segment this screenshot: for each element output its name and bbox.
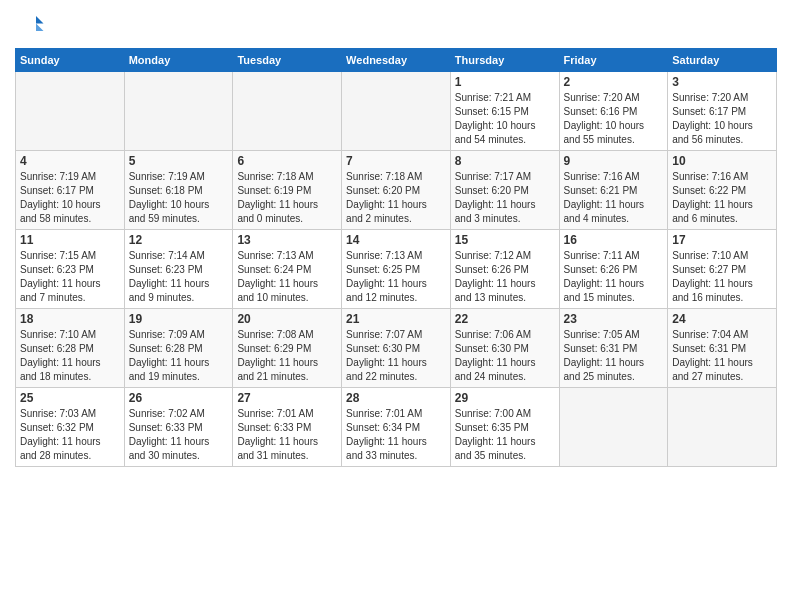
day-info: Sunrise: 7:02 AM Sunset: 6:33 PM Dayligh…: [129, 407, 229, 463]
day-info: Sunrise: 7:16 AM Sunset: 6:22 PM Dayligh…: [672, 170, 772, 226]
day-info: Sunrise: 7:19 AM Sunset: 6:17 PM Dayligh…: [20, 170, 120, 226]
calendar-cell: 16Sunrise: 7:11 AM Sunset: 6:26 PM Dayli…: [559, 230, 668, 309]
weekday-header-wednesday: Wednesday: [342, 49, 451, 72]
day-number: 18: [20, 312, 120, 326]
weekday-header-tuesday: Tuesday: [233, 49, 342, 72]
day-info: Sunrise: 7:11 AM Sunset: 6:26 PM Dayligh…: [564, 249, 664, 305]
day-number: 25: [20, 391, 120, 405]
calendar-cell: 27Sunrise: 7:01 AM Sunset: 6:33 PM Dayli…: [233, 388, 342, 467]
weekday-header-friday: Friday: [559, 49, 668, 72]
calendar-week-5: 25Sunrise: 7:03 AM Sunset: 6:32 PM Dayli…: [16, 388, 777, 467]
calendar-cell: [559, 388, 668, 467]
svg-marker-1: [36, 24, 44, 32]
calendar-cell: 1Sunrise: 7:21 AM Sunset: 6:15 PM Daylig…: [450, 72, 559, 151]
day-info: Sunrise: 7:08 AM Sunset: 6:29 PM Dayligh…: [237, 328, 337, 384]
calendar-cell: [124, 72, 233, 151]
day-number: 28: [346, 391, 446, 405]
day-number: 26: [129, 391, 229, 405]
calendar-cell: 22Sunrise: 7:06 AM Sunset: 6:30 PM Dayli…: [450, 309, 559, 388]
calendar-cell: [668, 388, 777, 467]
day-info: Sunrise: 7:13 AM Sunset: 6:25 PM Dayligh…: [346, 249, 446, 305]
day-info: Sunrise: 7:07 AM Sunset: 6:30 PM Dayligh…: [346, 328, 446, 384]
day-info: Sunrise: 7:06 AM Sunset: 6:30 PM Dayligh…: [455, 328, 555, 384]
calendar-cell: [233, 72, 342, 151]
day-info: Sunrise: 7:01 AM Sunset: 6:33 PM Dayligh…: [237, 407, 337, 463]
day-info: Sunrise: 7:05 AM Sunset: 6:31 PM Dayligh…: [564, 328, 664, 384]
day-number: 3: [672, 75, 772, 89]
calendar-cell: 14Sunrise: 7:13 AM Sunset: 6:25 PM Dayli…: [342, 230, 451, 309]
calendar-cell: 2Sunrise: 7:20 AM Sunset: 6:16 PM Daylig…: [559, 72, 668, 151]
svg-marker-0: [36, 16, 44, 24]
day-number: 9: [564, 154, 664, 168]
calendar-week-3: 11Sunrise: 7:15 AM Sunset: 6:23 PM Dayli…: [16, 230, 777, 309]
calendar-cell: [16, 72, 125, 151]
day-info: Sunrise: 7:10 AM Sunset: 6:28 PM Dayligh…: [20, 328, 120, 384]
calendar-cell: 12Sunrise: 7:14 AM Sunset: 6:23 PM Dayli…: [124, 230, 233, 309]
calendar-cell: 5Sunrise: 7:19 AM Sunset: 6:18 PM Daylig…: [124, 151, 233, 230]
day-number: 17: [672, 233, 772, 247]
weekday-header-sunday: Sunday: [16, 49, 125, 72]
calendar-cell: 17Sunrise: 7:10 AM Sunset: 6:27 PM Dayli…: [668, 230, 777, 309]
day-number: 27: [237, 391, 337, 405]
day-number: 10: [672, 154, 772, 168]
day-info: Sunrise: 7:14 AM Sunset: 6:23 PM Dayligh…: [129, 249, 229, 305]
day-number: 7: [346, 154, 446, 168]
calendar-cell: 18Sunrise: 7:10 AM Sunset: 6:28 PM Dayli…: [16, 309, 125, 388]
calendar-cell: 20Sunrise: 7:08 AM Sunset: 6:29 PM Dayli…: [233, 309, 342, 388]
calendar-cell: 29Sunrise: 7:00 AM Sunset: 6:35 PM Dayli…: [450, 388, 559, 467]
day-number: 5: [129, 154, 229, 168]
page-container: SundayMondayTuesdayWednesdayThursdayFrid…: [0, 0, 792, 477]
day-number: 12: [129, 233, 229, 247]
day-info: Sunrise: 7:12 AM Sunset: 6:26 PM Dayligh…: [455, 249, 555, 305]
day-number: 15: [455, 233, 555, 247]
calendar-body: 1Sunrise: 7:21 AM Sunset: 6:15 PM Daylig…: [16, 72, 777, 467]
header-row: [15, 10, 777, 40]
weekday-header-row: SundayMondayTuesdayWednesdayThursdayFrid…: [16, 49, 777, 72]
day-number: 14: [346, 233, 446, 247]
day-info: Sunrise: 7:18 AM Sunset: 6:19 PM Dayligh…: [237, 170, 337, 226]
weekday-header-saturday: Saturday: [668, 49, 777, 72]
calendar-cell: 15Sunrise: 7:12 AM Sunset: 6:26 PM Dayli…: [450, 230, 559, 309]
day-number: 24: [672, 312, 772, 326]
day-number: 13: [237, 233, 337, 247]
day-info: Sunrise: 7:00 AM Sunset: 6:35 PM Dayligh…: [455, 407, 555, 463]
day-number: 11: [20, 233, 120, 247]
day-number: 1: [455, 75, 555, 89]
day-number: 16: [564, 233, 664, 247]
calendar-week-4: 18Sunrise: 7:10 AM Sunset: 6:28 PM Dayli…: [16, 309, 777, 388]
calendar-week-1: 1Sunrise: 7:21 AM Sunset: 6:15 PM Daylig…: [16, 72, 777, 151]
day-info: Sunrise: 7:03 AM Sunset: 6:32 PM Dayligh…: [20, 407, 120, 463]
calendar-cell: 13Sunrise: 7:13 AM Sunset: 6:24 PM Dayli…: [233, 230, 342, 309]
day-info: Sunrise: 7:21 AM Sunset: 6:15 PM Dayligh…: [455, 91, 555, 147]
logo: [15, 10, 49, 40]
weekday-header-thursday: Thursday: [450, 49, 559, 72]
day-number: 8: [455, 154, 555, 168]
day-number: 6: [237, 154, 337, 168]
day-info: Sunrise: 7:16 AM Sunset: 6:21 PM Dayligh…: [564, 170, 664, 226]
calendar-cell: 21Sunrise: 7:07 AM Sunset: 6:30 PM Dayli…: [342, 309, 451, 388]
day-info: Sunrise: 7:18 AM Sunset: 6:20 PM Dayligh…: [346, 170, 446, 226]
day-info: Sunrise: 7:04 AM Sunset: 6:31 PM Dayligh…: [672, 328, 772, 384]
day-info: Sunrise: 7:15 AM Sunset: 6:23 PM Dayligh…: [20, 249, 120, 305]
calendar-week-2: 4Sunrise: 7:19 AM Sunset: 6:17 PM Daylig…: [16, 151, 777, 230]
calendar-cell: 4Sunrise: 7:19 AM Sunset: 6:17 PM Daylig…: [16, 151, 125, 230]
day-number: 21: [346, 312, 446, 326]
calendar-cell: 26Sunrise: 7:02 AM Sunset: 6:33 PM Dayli…: [124, 388, 233, 467]
day-number: 4: [20, 154, 120, 168]
calendar-cell: 28Sunrise: 7:01 AM Sunset: 6:34 PM Dayli…: [342, 388, 451, 467]
calendar-cell: 23Sunrise: 7:05 AM Sunset: 6:31 PM Dayli…: [559, 309, 668, 388]
day-info: Sunrise: 7:10 AM Sunset: 6:27 PM Dayligh…: [672, 249, 772, 305]
day-number: 20: [237, 312, 337, 326]
day-info: Sunrise: 7:01 AM Sunset: 6:34 PM Dayligh…: [346, 407, 446, 463]
calendar-cell: 7Sunrise: 7:18 AM Sunset: 6:20 PM Daylig…: [342, 151, 451, 230]
day-info: Sunrise: 7:09 AM Sunset: 6:28 PM Dayligh…: [129, 328, 229, 384]
calendar-table: SundayMondayTuesdayWednesdayThursdayFrid…: [15, 48, 777, 467]
day-info: Sunrise: 7:17 AM Sunset: 6:20 PM Dayligh…: [455, 170, 555, 226]
calendar-header: SundayMondayTuesdayWednesdayThursdayFrid…: [16, 49, 777, 72]
calendar-cell: 25Sunrise: 7:03 AM Sunset: 6:32 PM Dayli…: [16, 388, 125, 467]
day-info: Sunrise: 7:20 AM Sunset: 6:17 PM Dayligh…: [672, 91, 772, 147]
calendar-cell: 6Sunrise: 7:18 AM Sunset: 6:19 PM Daylig…: [233, 151, 342, 230]
day-number: 2: [564, 75, 664, 89]
calendar-cell: 8Sunrise: 7:17 AM Sunset: 6:20 PM Daylig…: [450, 151, 559, 230]
day-number: 23: [564, 312, 664, 326]
